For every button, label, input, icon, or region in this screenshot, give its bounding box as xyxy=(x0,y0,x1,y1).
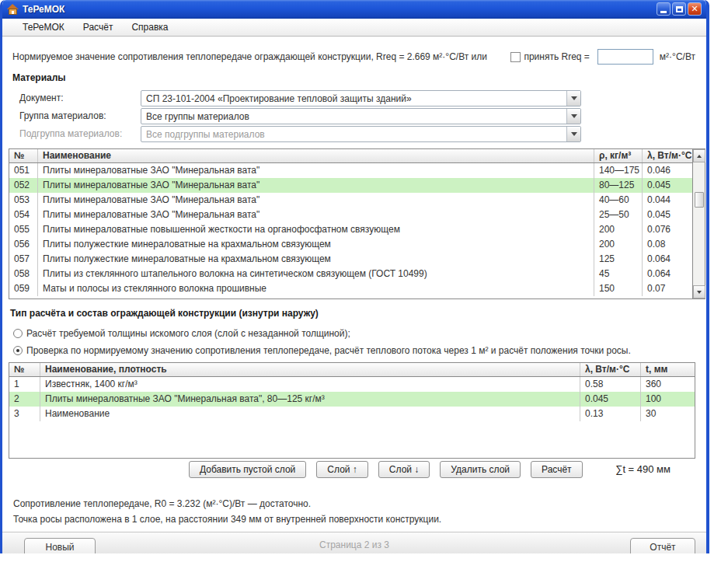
table-row[interactable]: 1Известняк, 1400 кг/м³0.58360 xyxy=(9,377,695,392)
app-window: ТеРеМОК ✕ ТеРеМОК Расчёт Справка Нормиру… xyxy=(0,0,709,553)
table-row[interactable]: 055Плиты минераловатные повышенной жестк… xyxy=(9,222,692,237)
window-title: ТеРеМОК xyxy=(23,4,64,15)
dropdown-arrow-icon[interactable] xyxy=(566,109,580,124)
accept-rreq-checkbox[interactable] xyxy=(510,52,521,62)
result-dew-point: Точка росы расположена в 1 слое, на расс… xyxy=(13,514,441,525)
delete-layer-button[interactable]: Удалить слой xyxy=(440,461,521,478)
table-row[interactable]: 059Маты и полосы из стеклянного волокна … xyxy=(9,281,692,296)
document-row: Документ: СП 23-101-2004 «Проектирование… xyxy=(19,90,583,106)
materials-heading: Материалы xyxy=(12,72,66,83)
rreq-input[interactable] xyxy=(597,49,653,65)
menu-item-help[interactable]: Справка xyxy=(122,19,177,35)
table-row[interactable]: 3Наименование0.1330 xyxy=(9,407,695,421)
group-label: Группа материалов: xyxy=(19,110,136,121)
table-row[interactable]: 058Плиты из стеклянного штапельного воло… xyxy=(9,267,692,281)
col-thickness: t, мм xyxy=(641,363,695,376)
table-row[interactable]: 051Плиты минераловатные ЗАО "Минеральная… xyxy=(9,163,692,178)
radio-check-resistance[interactable]: Проверка по нормируемому значению сопрот… xyxy=(13,345,631,356)
report-button[interactable]: Отчёт xyxy=(630,538,695,553)
accept-rreq-label: принять Rreq = xyxy=(524,51,589,62)
menubar: ТеРеМОК Расчёт Справка xyxy=(2,19,706,37)
col-lambda: λ, Вт/м·°С xyxy=(580,363,641,376)
scrollbar-thumb[interactable] xyxy=(695,192,704,208)
col-name: Наименование xyxy=(38,149,594,162)
minimize-button[interactable] xyxy=(657,2,671,16)
document-label: Документ: xyxy=(19,93,136,103)
menu-item-calc[interactable]: Расчёт xyxy=(74,19,123,35)
table-row[interactable]: 057Плиты полужесткие минераловатные на к… xyxy=(9,252,692,267)
document-select[interactable]: СП 23-101-2004 «Проектирование тепловой … xyxy=(141,90,581,106)
group-select[interactable]: Все группы материалов xyxy=(141,108,581,124)
table-row[interactable]: 056Плиты полужесткие минераловатные на к… xyxy=(9,237,692,252)
subgroup-row: Подгруппа материалов: Все подгруппы мате… xyxy=(19,126,583,142)
col-number: № xyxy=(9,149,38,162)
house-icon xyxy=(7,4,19,15)
radio-icon xyxy=(13,329,23,338)
close-button[interactable]: ✕ xyxy=(688,2,702,16)
footer-bar: Новый Страница 2 из 3 Отчёт xyxy=(2,532,706,553)
col-lambda: λ, Вт/м·°С xyxy=(643,149,692,162)
table-row[interactable]: 054Плиты минераловатные ЗАО "Минеральная… xyxy=(9,208,692,222)
scroll-down-icon[interactable] xyxy=(693,285,705,298)
col-density: ρ, кг/м³ xyxy=(594,149,643,162)
layers-table: № Наименование, плотность λ, Вт/м·°С t, … xyxy=(9,362,695,459)
rreq-row: Нормируемое значение сопротивления тепло… xyxy=(12,48,695,65)
titlebar: ТеРеМОК ✕ xyxy=(2,0,706,19)
calculate-button[interactable]: Расчёт xyxy=(531,461,583,478)
page-indicator: Страница 2 из 3 xyxy=(2,539,706,550)
layer-up-button[interactable]: Слой ↑ xyxy=(316,461,368,478)
col-name-density: Наименование, плотность xyxy=(40,363,580,376)
layer-down-button[interactable]: Слой ↓ xyxy=(378,461,430,478)
table-row-selected[interactable]: 052Плиты минераловатные ЗАО "Минеральная… xyxy=(9,178,692,193)
subgroup-label: Подгруппа материалов: xyxy=(19,128,136,139)
group-row: Группа материалов: Все группы материалов xyxy=(19,108,583,124)
total-thickness: ∑t = 490 мм xyxy=(615,463,671,475)
scroll-up-icon[interactable] xyxy=(693,149,705,162)
rreq-unit-label: м²·°С/Вт xyxy=(660,51,695,62)
radio-selected-icon xyxy=(13,346,23,355)
calc-type-heading: Тип расчёта и состав ограждающей констру… xyxy=(10,308,319,319)
maximize-icon xyxy=(676,6,683,12)
maximize-button[interactable] xyxy=(672,2,686,16)
subgroup-select[interactable]: Все подгруппы материалов xyxy=(141,126,581,142)
vertical-scrollbar[interactable] xyxy=(692,149,705,298)
table-row[interactable]: 053Плиты минераловатные ЗАО "Минеральная… xyxy=(9,193,692,208)
col-number: № xyxy=(9,363,40,376)
materials-table-header: № Наименование ρ, кг/м³ λ, Вт/м·°С xyxy=(9,149,692,163)
result-resistance: Сопротивление теплопередаче, R0 = 3.232 … xyxy=(13,498,311,509)
materials-table: № Наименование ρ, кг/м³ λ, Вт/м·°С 051Пл… xyxy=(9,148,705,299)
dropdown-arrow-icon[interactable] xyxy=(566,127,580,141)
layers-table-header: № Наименование, плотность λ, Вт/м·°С t, … xyxy=(9,363,695,377)
dropdown-arrow-icon[interactable] xyxy=(566,91,580,106)
add-empty-layer-button[interactable]: Добавить пустой слой xyxy=(189,461,306,478)
close-icon: ✕ xyxy=(691,5,698,13)
minimize-icon xyxy=(660,11,667,13)
rreq-label: Нормируемое значение сопротивления тепло… xyxy=(12,51,487,62)
table-row-selected[interactable]: 2Плиты минераловатные ЗАО "Минеральная в… xyxy=(9,392,695,407)
menu-item-teremok[interactable]: ТеРеМОК xyxy=(13,19,74,35)
radio-required-thickness[interactable]: Расчёт требуемой толщины искомого слоя (… xyxy=(13,328,350,339)
layer-actions: Добавить пустой слой Слой ↑ Слой ↓ Удали… xyxy=(189,461,583,478)
